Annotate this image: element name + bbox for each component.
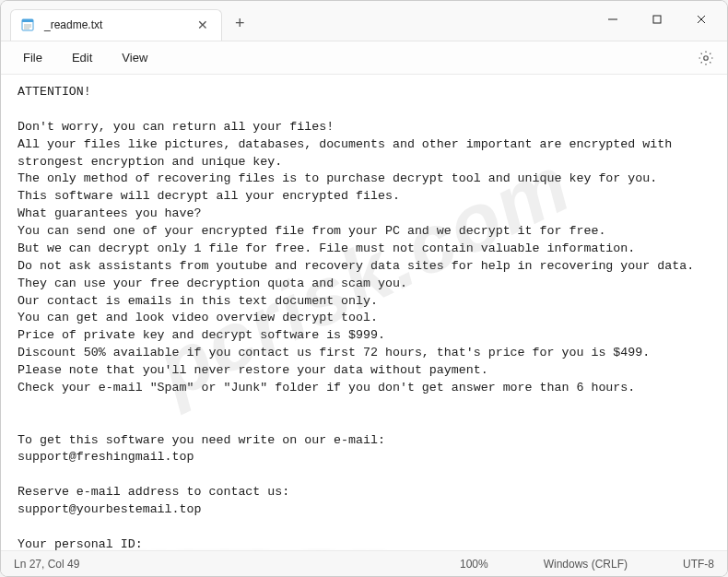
menu-edit[interactable]: Edit — [57, 47, 107, 68]
notepad-icon — [20, 18, 35, 32]
status-zoom[interactable]: 100% — [460, 558, 488, 571]
add-tab-icon[interactable]: + — [235, 14, 245, 33]
menu-view[interactable]: View — [107, 47, 162, 68]
window-controls — [593, 6, 727, 33]
status-line-ending: Windows (CRLF) — [544, 558, 628, 571]
minimize-button[interactable] — [593, 6, 633, 33]
svg-point-9 — [704, 55, 709, 60]
tab[interactable]: _readme.txt ✕ — [10, 9, 222, 41]
close-tab-icon[interactable]: ✕ — [194, 18, 212, 32]
status-cursor-position: Ln 27, Col 49 — [14, 558, 460, 571]
settings-button[interactable] — [692, 44, 720, 72]
svg-rect-1 — [22, 19, 33, 22]
svg-rect-6 — [653, 16, 661, 23]
status-encoding: UTF-8 — [683, 558, 714, 571]
menubar: File Edit View — [1, 41, 727, 75]
menu-file[interactable]: File — [8, 47, 57, 68]
notepad-window: _readme.txt ✕ + File Edit View — [0, 0, 728, 577]
statusbar: Ln 27, Col 49 100% Windows (CRLF) UTF-8 — [1, 550, 727, 576]
text-content[interactable]: ATTENTION! Don't worry, you can return a… — [1, 75, 727, 550]
close-button[interactable] — [681, 6, 722, 33]
tab-title: _readme.txt — [44, 18, 184, 31]
maximize-button[interactable] — [637, 6, 677, 33]
titlebar: _readme.txt ✕ + — [1, 1, 727, 41]
